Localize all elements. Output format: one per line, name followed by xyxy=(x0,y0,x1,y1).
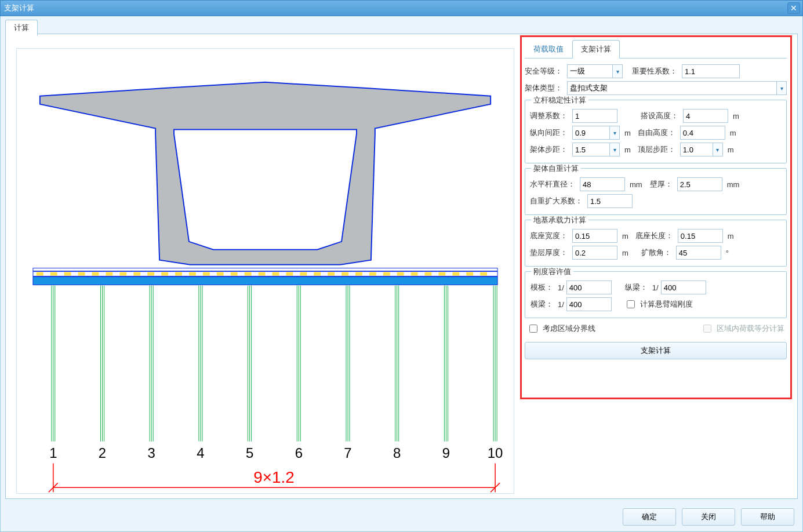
side-tabs: 荷载取值 支架计算 xyxy=(525,40,787,59)
free-height-input[interactable] xyxy=(680,126,725,140)
svg-rect-34 xyxy=(480,272,487,276)
post-label-7: 7 xyxy=(344,445,351,461)
svg-rect-33 xyxy=(466,272,473,276)
spread-angle-input[interactable] xyxy=(676,246,721,260)
post-label-6: 6 xyxy=(295,445,303,461)
svg-rect-10 xyxy=(147,272,154,276)
step-spacing-label: 架体步距： xyxy=(530,144,570,155)
erect-height-input[interactable] xyxy=(683,109,728,123)
formwork-input[interactable] xyxy=(566,280,612,294)
adjust-coef-label: 调整系数： xyxy=(530,111,570,121)
step-spacing-combo[interactable]: ▾ xyxy=(572,143,620,156)
importance-coef-label: 重要性系数： xyxy=(632,66,680,76)
close-icon[interactable]: ✕ xyxy=(787,2,800,14)
longbeam-label: 纵梁： xyxy=(624,282,650,293)
spread-angle-label: 扩散角： xyxy=(635,247,674,258)
erect-height-label: 搭设高度： xyxy=(641,111,681,121)
group-stability-legend: 立杆稳定性计算 xyxy=(531,95,588,105)
long-spacing-input[interactable] xyxy=(572,126,609,140)
close-button[interactable]: 关闭 xyxy=(682,508,735,526)
dimension-text: 9×1.2 xyxy=(253,468,295,486)
chevron-down-icon[interactable]: ▾ xyxy=(609,126,620,140)
post-label-5: 5 xyxy=(246,445,253,461)
svg-rect-9 xyxy=(133,272,140,276)
drawing-area: 1 2 3 4 5 6 7 8 9 10 xyxy=(6,34,519,498)
wall-thick-input[interactable] xyxy=(677,177,722,191)
top-step-input[interactable] xyxy=(680,143,713,156)
region-boundary-input[interactable] xyxy=(529,325,537,333)
svg-rect-6 xyxy=(92,272,99,276)
post-label-8: 8 xyxy=(393,445,401,461)
group-foundation: 地基承载力计算 底座宽度： m 底座长度： m 垫层厚度： m 扩散角： xyxy=(525,220,787,267)
cantilever-stiff-checkbox[interactable]: 计算悬臂端刚度 xyxy=(624,298,693,310)
long-spacing-combo[interactable]: ▾ xyxy=(572,126,620,140)
frame-type-input[interactable] xyxy=(567,81,776,95)
svg-rect-32 xyxy=(452,272,459,276)
svg-rect-25 xyxy=(355,272,362,276)
selfw-factor-input[interactable] xyxy=(587,194,633,208)
svg-rect-0 xyxy=(33,268,497,271)
group-stiffness: 刚度容许值 模板： 1/ 纵梁： 1/ 横梁： 1/ xyxy=(525,271,787,318)
svg-rect-20 xyxy=(286,272,293,276)
region-load-avg-label: 区域内荷载等分计算 xyxy=(717,323,784,334)
free-height-label: 自由高度： xyxy=(638,127,678,138)
safety-level-input[interactable] xyxy=(567,64,612,78)
help-button[interactable]: 帮助 xyxy=(741,508,794,526)
pad-thick-input[interactable] xyxy=(572,246,617,260)
crossbeam-input[interactable] xyxy=(566,297,612,311)
group-selfweight-legend: 架体自重计算 xyxy=(531,163,581,174)
pad-thick-label: 垫层厚度： xyxy=(530,247,570,258)
region-boundary-checkbox[interactable]: 考虑区域分界线 xyxy=(527,323,595,334)
unit-m: m xyxy=(622,232,628,241)
top-step-combo[interactable]: ▾ xyxy=(680,143,723,156)
post-label-10: 10 xyxy=(488,445,503,461)
unit-m: m xyxy=(624,129,631,137)
svg-rect-4 xyxy=(64,272,71,276)
tab-frame-calc[interactable]: 支架计算 xyxy=(572,40,620,59)
importance-coef-input[interactable] xyxy=(682,64,740,78)
svg-rect-35 xyxy=(33,277,497,285)
chevron-down-icon[interactable]: ▾ xyxy=(776,81,787,95)
svg-rect-30 xyxy=(425,272,432,276)
cantilever-stiff-input[interactable] xyxy=(627,300,635,308)
base-width-input[interactable] xyxy=(572,229,617,243)
step-spacing-input[interactable] xyxy=(572,143,609,156)
svg-rect-7 xyxy=(106,272,112,276)
unit-m: m xyxy=(730,129,736,137)
svg-rect-8 xyxy=(119,272,126,276)
wall-thick-label: 壁厚： xyxy=(649,179,675,190)
svg-rect-17 xyxy=(245,272,252,276)
base-length-input[interactable] xyxy=(678,229,723,243)
group-foundation-legend: 地基承载力计算 xyxy=(531,215,588,225)
svg-rect-5 xyxy=(78,272,85,276)
frame-type-combo[interactable]: ▾ xyxy=(567,81,787,95)
dialog-footer: 确定 关闭 帮助 xyxy=(623,508,794,526)
unit-mm: mm xyxy=(727,180,740,189)
tab-calc[interactable]: 计算 xyxy=(5,20,38,36)
unit-mm: mm xyxy=(630,180,642,189)
unit-m: m xyxy=(728,145,734,154)
prefix-1over: 1/ xyxy=(558,283,564,292)
group-stiffness-legend: 刚度容许值 xyxy=(531,267,573,277)
top-step-label: 顶层步距： xyxy=(638,144,678,155)
chevron-down-icon[interactable]: ▾ xyxy=(713,143,723,156)
prefix-1over: 1/ xyxy=(652,283,659,292)
formwork-label: 模板： xyxy=(530,282,555,293)
tab-load-values[interactable]: 荷载取值 xyxy=(525,40,572,58)
hbar-dia-input[interactable] xyxy=(580,177,625,191)
chevron-down-icon[interactable]: ▾ xyxy=(609,143,620,156)
title-bar: 支架计算 ✕ xyxy=(0,0,803,16)
calculate-button[interactable]: 支架计算 xyxy=(525,342,787,359)
adjust-coef-input[interactable] xyxy=(572,109,617,123)
svg-rect-23 xyxy=(328,272,335,276)
svg-rect-18 xyxy=(259,272,266,276)
longbeam-input[interactable] xyxy=(661,280,706,294)
group-selfweight: 架体自重计算 水平杆直径： mm 壁厚： mm 自重扩大系数： xyxy=(525,168,787,215)
chevron-down-icon[interactable]: ▾ xyxy=(612,64,623,78)
prefix-1over: 1/ xyxy=(558,300,564,309)
ok-button[interactable]: 确定 xyxy=(623,508,676,526)
svg-rect-13 xyxy=(189,272,196,276)
safety-level-combo[interactable]: ▾ xyxy=(567,64,623,78)
region-boundary-label: 考虑区域分界线 xyxy=(543,323,595,334)
post-label-9: 9 xyxy=(442,445,450,461)
